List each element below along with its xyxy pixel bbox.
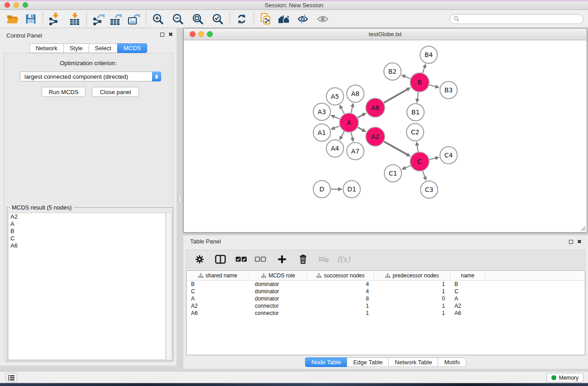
- column-label: shared name: [206, 272, 237, 279]
- zoom-in-icon[interactable]: [150, 12, 166, 26]
- graph-edge-A6-B[interactable]: [384, 89, 407, 103]
- graph-node-label-A2: A2: [371, 133, 379, 140]
- toolbar-divider: [253, 13, 254, 25]
- resize-grip-icon[interactable]: [579, 225, 586, 231]
- graph-edge-C-C1[interactable]: [405, 166, 411, 168]
- delete-column-trash-icon[interactable]: [297, 253, 309, 266]
- attribute-tree-icon: [316, 273, 321, 278]
- network-canvas[interactable]: B4B2BB3A8A5A6A3B1AA1C2A2A4A7C4CC1C3DD1: [184, 40, 587, 232]
- control-panel: Control Panel ✖ Network Style Select MCD…: [0, 28, 177, 366]
- float-table-panel-icon[interactable]: [569, 240, 573, 244]
- memory-label: Memory: [559, 375, 578, 381]
- tab-network-table[interactable]: Network Table: [388, 357, 438, 367]
- result-list-item[interactable]: A6: [9, 242, 165, 249]
- settings-gear-icon[interactable]: [194, 253, 206, 266]
- tab-style[interactable]: Style: [63, 43, 89, 53]
- close-panel-button[interactable]: Close panel: [92, 87, 139, 97]
- graph-edge-A-A1[interactable]: [334, 126, 339, 128]
- cell-predecessor-nodes: 1: [374, 310, 450, 317]
- add-column-icon[interactable]: [276, 253, 288, 266]
- refresh-icon[interactable]: [234, 12, 250, 26]
- save-icon[interactable]: [23, 12, 39, 26]
- graph-edge-A2-C[interactable]: [384, 142, 407, 155]
- zoom-fit-icon[interactable]: [190, 12, 206, 26]
- memory-button[interactable]: Memory: [546, 373, 583, 382]
- import-network-icon[interactable]: [47, 12, 63, 26]
- table-row[interactable]: C dominator 4 1 C: [186, 288, 585, 295]
- select-all-checkboxes-icon[interactable]: [235, 253, 247, 266]
- hide-graphics-details-eye-slash-icon[interactable]: [295, 12, 311, 26]
- column-header-shared-name[interactable]: shared name: [186, 271, 249, 280]
- home-icon[interactable]: [276, 12, 292, 26]
- search-input[interactable]: [462, 16, 579, 22]
- attribute-tree-icon: [385, 273, 390, 278]
- run-mcds-button[interactable]: Run MCDS: [42, 87, 86, 97]
- cell-mcds-role: dominator: [249, 295, 307, 302]
- export-image-icon[interactable]: [126, 12, 142, 26]
- table-toolbar: f(x): [186, 250, 585, 268]
- graph-edge-C-C2[interactable]: [417, 145, 418, 152]
- copy-network-icon[interactable]: [258, 12, 274, 26]
- graph-node-label-B: B: [417, 79, 422, 86]
- column-header-name[interactable]: name: [450, 271, 485, 280]
- tab-network[interactable]: Network: [29, 43, 64, 53]
- result-list-item[interactable]: C: [9, 235, 165, 242]
- result-list-item[interactable]: A: [9, 220, 165, 228]
- cell-predecessor-nodes: 1: [374, 288, 450, 295]
- tab-mcds[interactable]: MCDS: [117, 43, 147, 53]
- cell-mcds-role: connector: [249, 302, 307, 310]
- optimization-criterion-select[interactable]: largest connected component (directed): [20, 71, 161, 81]
- table-header-row: shared name MCDS role successor nodes pr…: [186, 271, 585, 281]
- graph-node-label-A3: A3: [318, 108, 326, 115]
- open-folder-icon[interactable]: [5, 12, 21, 26]
- graph-edge-B-B4[interactable]: [423, 67, 425, 73]
- graph-edge-A-A6[interactable]: [358, 114, 363, 118]
- split-view-icon[interactable]: [215, 253, 226, 266]
- table-row[interactable]: A dominator 8 0 A: [186, 295, 585, 302]
- table-row[interactable]: A2 connector 1 1 A2: [186, 302, 585, 310]
- float-panel-icon[interactable]: [160, 33, 164, 37]
- export-network-icon[interactable]: [91, 12, 107, 26]
- close-panel-icon[interactable]: ✖: [168, 32, 173, 37]
- task-history-button[interactable]: [5, 373, 17, 382]
- search-icon: [454, 16, 459, 22]
- tab-edge-table[interactable]: Edge Table: [347, 357, 389, 367]
- zoom-out-icon[interactable]: [170, 12, 186, 26]
- graph-edge-B-B2[interactable]: [405, 76, 411, 79]
- search-box[interactable]: [449, 14, 583, 24]
- table-row[interactable]: A6 connector 1 1 A6: [186, 310, 585, 317]
- close-table-panel-icon[interactable]: ✖: [577, 239, 582, 244]
- graph-edge-A-A3[interactable]: [334, 117, 340, 119]
- deselect-all-checkboxes-icon[interactable]: [254, 253, 266, 266]
- graph-edge-A-A8[interactable]: [351, 106, 353, 113]
- column-header-predecessor-nodes[interactable]: predecessor nodes: [374, 271, 450, 280]
- tab-node-table[interactable]: Node Table: [305, 357, 348, 367]
- import-table-icon[interactable]: [67, 12, 83, 26]
- column-header-successor-nodes[interactable]: successor nodes: [307, 271, 374, 280]
- zoom-selected-icon[interactable]: [210, 12, 226, 26]
- result-list-item[interactable]: B: [9, 228, 165, 235]
- graph-edge-A-A5[interactable]: [341, 108, 344, 114]
- split-divider-vertical[interactable]: [177, 28, 183, 366]
- result-list-item[interactable]: A2: [9, 213, 165, 220]
- export-table-icon[interactable]: [108, 12, 124, 26]
- cell-successor-nodes: 1: [307, 310, 374, 317]
- apply-function-icon[interactable]: f(x): [338, 253, 349, 266]
- graph-edge-C-C3[interactable]: [423, 171, 425, 177]
- tab-motifs[interactable]: Motifs: [438, 357, 466, 367]
- graph-edge-A-A7[interactable]: [351, 132, 353, 138]
- graph-edge-C-C4[interactable]: [429, 158, 435, 159]
- delete-table-icon[interactable]: [318, 253, 330, 266]
- graph-node-label-B4: B4: [425, 51, 433, 58]
- result-list-scrollbar[interactable]: [166, 213, 172, 360]
- graph-edge-B-B1[interactable]: [417, 92, 418, 99]
- control-panel-title: Control Panel: [6, 32, 42, 39]
- column-header-mcds-role[interactable]: MCDS role: [249, 271, 307, 280]
- table-row[interactable]: B dominator 4 1 B: [186, 281, 585, 288]
- tab-select[interactable]: Select: [89, 43, 118, 53]
- graph-edge-A-A4[interactable]: [341, 131, 344, 137]
- graph-edge-B-B3[interactable]: [429, 85, 436, 87]
- graph-edge-A-A2[interactable]: [358, 127, 363, 130]
- show-graphics-details-eye-icon[interactable]: [315, 12, 331, 26]
- split-grip[interactable]: [178, 194, 182, 204]
